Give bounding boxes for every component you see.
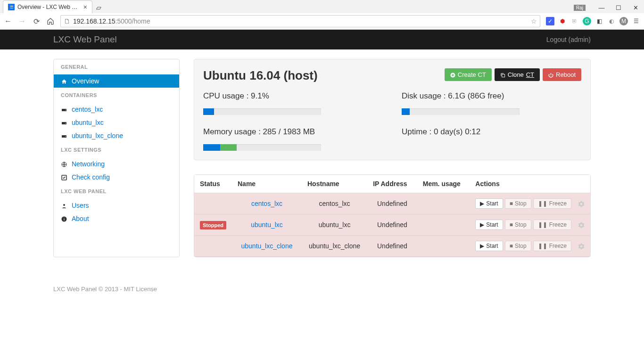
mem-progress: [203, 144, 321, 151]
sidebar-item-container[interactable]: centos_lxc: [54, 103, 179, 116]
sidebar: GENERAL Overview CONTAINERS centos_lxcub…: [53, 59, 180, 257]
menu-icon[interactable]: ☰: [632, 17, 640, 25]
hdd-icon: [61, 119, 67, 126]
tab-title: Overview - LXC Web Pane: [17, 4, 80, 10]
sidebar-section-containers: CONTAINERS: [54, 88, 179, 103]
ext-icon-7[interactable]: M: [619, 17, 628, 25]
th-name: Name: [232, 175, 302, 193]
globe-icon: [61, 160, 67, 168]
home-button[interactable]: [46, 17, 55, 25]
stop-button[interactable]: ■ Stop: [505, 198, 531, 209]
sidebar-item-overview[interactable]: Overview: [54, 74, 179, 88]
sidebar-item-networking[interactable]: Networking: [54, 157, 179, 171]
container-link[interactable]: ubuntu_lxc_clone: [241, 242, 292, 250]
sidebar-item-checkconfig[interactable]: Check config: [54, 171, 179, 184]
sidebar-item-container[interactable]: ubuntu_lxc_clone: [54, 129, 179, 142]
gear-icon[interactable]: [578, 221, 585, 229]
svg-point-3: [65, 123, 66, 124]
sidebar-item-label: ubuntu_lxc_clone: [72, 132, 123, 139]
browser-chrome: ☰ Overview - LXC Web Pane × ▱ Raj — ☐ ✕ …: [0, 0, 644, 30]
play-icon: ▶: [480, 200, 484, 207]
freeze-button[interactable]: ❚❚ Freeze: [533, 241, 571, 251]
cell-mem: [417, 236, 470, 257]
sidebar-item-label: ubuntu_lxc: [72, 119, 104, 126]
shield-icon[interactable]: ⛨: [570, 17, 579, 25]
check-icon: [61, 173, 67, 181]
cell-hostname: ubuntu_lxc_clone: [302, 236, 367, 257]
create-ct-button[interactable]: Create CT: [445, 68, 492, 81]
cpu-usage-block: CPU usage : 9.1%: [203, 91, 383, 115]
table-row: Stoppedubuntu_lxcubuntu_lxcUndefined▶ St…: [194, 214, 590, 236]
reboot-button[interactable]: Reboot: [543, 68, 581, 81]
sidebar-section-general: GENERAL: [54, 59, 179, 74]
close-window-button[interactable]: ✕: [627, 2, 644, 13]
sidebar-item-label: About: [72, 215, 89, 222]
sidebar-item-about[interactable]: About: [54, 212, 179, 228]
clone-ct-button[interactable]: Clone CT: [495, 68, 540, 81]
container-link[interactable]: centos_lxc: [251, 200, 282, 207]
uptime-block: Uptime : 0 day(s) 0:12: [402, 127, 581, 151]
cell-status: [194, 193, 232, 214]
stop-button[interactable]: ■ Stop: [505, 241, 531, 251]
cell-mem: [417, 193, 470, 214]
pause-icon: ❚❚: [538, 243, 547, 249]
ext-icon-1[interactable]: ✓: [546, 17, 554, 25]
ext-icon-5[interactable]: ◧: [595, 17, 603, 25]
plus-icon: [450, 71, 455, 78]
url-text[interactable]: 192.168.12.15:5000/home: [73, 17, 531, 25]
cpu-usage-label: CPU usage : 9.1%: [203, 91, 383, 101]
start-button[interactable]: ▶ Start: [475, 220, 503, 230]
sidebar-item-label: Check config: [72, 173, 110, 181]
containers-table: Status Name Hostname IP Address Mem. usa…: [194, 174, 591, 257]
freeze-button[interactable]: ❚❚ Freeze: [533, 220, 571, 230]
svg-rect-11: [64, 218, 65, 218]
svg-rect-10: [64, 219, 65, 220]
minimize-button[interactable]: —: [593, 2, 610, 13]
close-tab-icon[interactable]: ×: [83, 3, 87, 11]
start-button[interactable]: ▶ Start: [475, 241, 503, 251]
new-tab-button[interactable]: ▱: [92, 2, 105, 13]
footer: LXC Web Panel © 2013 - MIT License: [46, 286, 598, 293]
browser-tab[interactable]: ☰ Overview - LXC Web Pane ×: [3, 0, 92, 13]
freeze-button[interactable]: ❚❚ Freeze: [533, 198, 571, 209]
cell-ip: Undefined: [367, 214, 417, 236]
cell-name: ubuntu_lxc: [232, 214, 302, 236]
sidebar-item-container[interactable]: ubuntu_lxc: [54, 116, 179, 129]
cell-hostname: centos_lxc: [302, 193, 367, 214]
pause-icon: ❚❚: [538, 221, 547, 228]
sidebar-item-label: Users: [72, 202, 89, 209]
brand[interactable]: LXC Web Panel: [53, 34, 117, 45]
stop-icon: ■: [510, 221, 513, 228]
bookmark-star-icon[interactable]: ☆: [531, 17, 537, 25]
forward-button[interactable]: →: [18, 17, 26, 25]
sidebar-item-label: centos_lxc: [72, 106, 103, 113]
stop-button[interactable]: ■ Stop: [505, 220, 531, 230]
sidebar-item-users[interactable]: Users: [54, 199, 179, 212]
th-hostname: Hostname: [302, 175, 367, 193]
gear-icon[interactable]: [578, 242, 585, 250]
status-badge: Stopped: [200, 221, 226, 229]
start-button[interactable]: ▶ Start: [475, 198, 503, 209]
ext-icon-6[interactable]: ◐: [607, 17, 616, 25]
svg-rect-13: [502, 74, 504, 77]
back-button[interactable]: ←: [4, 17, 12, 25]
container-link[interactable]: ubuntu_lxc: [251, 221, 283, 229]
reload-button[interactable]: ⟳: [32, 17, 41, 25]
logout-link[interactable]: Logout (admin): [546, 36, 591, 43]
tab-favicon: ☰: [8, 4, 15, 10]
table-row: centos_lxccentos_lxcUndefined▶ Start■ St…: [194, 193, 590, 214]
cell-actions: ▶ Start■ Stop❚❚ Freeze: [470, 236, 590, 257]
grammarly-icon[interactable]: G: [583, 17, 591, 25]
cpu-progress: [203, 108, 321, 115]
main-container: GENERAL Overview CONTAINERS centos_lxcub…: [46, 49, 598, 267]
adblock-icon[interactable]: ⬢: [558, 17, 567, 25]
gear-icon[interactable]: [578, 200, 585, 207]
maximize-button[interactable]: ☐: [610, 2, 627, 13]
cell-actions: ▶ Start■ Stop❚❚ Freeze: [470, 214, 590, 236]
sidebar-item-label: Networking: [72, 160, 105, 168]
cell-mem: [417, 214, 470, 236]
mem-usage-block: Memory usage : 285 / 1983 MB: [203, 127, 383, 151]
cell-status: Stopped: [194, 214, 232, 236]
disk-progress: [402, 108, 520, 115]
address-bar[interactable]: 🗋 192.168.12.15:5000/home ☆: [60, 15, 540, 27]
